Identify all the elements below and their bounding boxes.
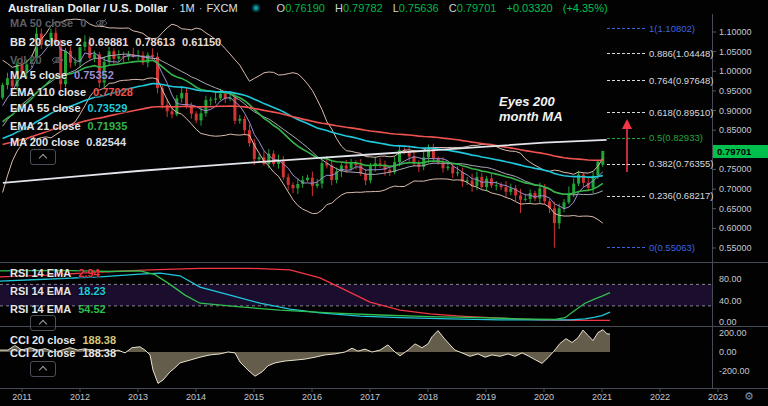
change-value: +0.03320 <box>506 2 552 14</box>
indicator-label: RSI 14 EMA <box>10 267 71 279</box>
price-axis-label: 1.00000 <box>719 66 752 76</box>
indicator-label: EMA 110 close <box>10 86 86 98</box>
pane-collapse-button[interactable] <box>30 149 56 165</box>
symbol-header: Australian Dollar / U.S. Dollar · 1M · F… <box>8 1 608 14</box>
price-axis-label: 0.95000 <box>719 86 752 96</box>
separator-dot: · <box>172 2 176 14</box>
indicator-value: 18.23 <box>78 285 106 297</box>
fib-level-line <box>607 196 645 197</box>
fib-level-label[interactable]: 0.5(0.82933) <box>649 132 703 143</box>
indicator-row[interactable]: MA 200 close0.82544 <box>10 136 126 148</box>
price-axis-label: 0.75000 <box>719 164 752 174</box>
close-value: 0.79701 <box>457 2 497 14</box>
indicator-value: 0.75352 <box>74 69 114 81</box>
fib-level-line <box>607 247 645 248</box>
indicator-value: 0.73529 <box>88 102 128 114</box>
year-axis-label: 2020 <box>534 392 554 402</box>
indicator-value: 0.78613 <box>135 36 175 48</box>
hidden-eye-icon[interactable] <box>95 18 108 28</box>
interval-label[interactable]: 1M <box>179 2 194 14</box>
indicator-row[interactable]: EMA 110 close0.77028 <box>10 86 133 98</box>
indicator-value: 54.52 <box>78 303 106 315</box>
indicator-value: 188.38 <box>82 334 116 346</box>
indicator-label: EMA 55 close <box>10 102 81 114</box>
indicator-row[interactable]: EMA 55 close0.73529 <box>10 102 127 114</box>
market-status-icon[interactable] <box>252 4 260 12</box>
indicator-row[interactable]: MA 5 close0.75352 <box>10 69 114 81</box>
price-axis-label: 0.55000 <box>719 243 752 253</box>
fib-level-line <box>607 28 645 29</box>
open-label: O <box>277 2 286 14</box>
indicator-row[interactable]: RSI 14 EMA2.94 <box>10 267 100 279</box>
year-axis-label: 2023 <box>708 392 728 402</box>
year-axis-label: 2014 <box>186 392 206 402</box>
year-axis-label: 2017 <box>360 392 380 402</box>
indicator-label: RSI 14 EMA <box>10 303 71 315</box>
indicator-label: RSI 14 EMA <box>10 285 71 297</box>
pane-collapse-button[interactable] <box>30 361 56 377</box>
year-axis-label: 2021 <box>592 392 612 402</box>
price-axis-label: 0.70000 <box>719 184 752 194</box>
fib-level-label[interactable]: 0.618(0.89510) <box>649 107 713 118</box>
indicator-label: MA 200 close <box>10 136 79 148</box>
rsi-axis-label: 40.00 <box>719 296 742 306</box>
rsi-axis-label: 80.00 <box>719 274 742 284</box>
fib-level-label[interactable]: 0.382(0.76355) <box>649 158 713 169</box>
cci-axis-label: 200.00 <box>719 328 747 338</box>
year-axis-label: 2019 <box>476 392 496 402</box>
indicator-row[interactable]: EMA 21 close0.71935 <box>10 120 127 132</box>
indicator-label: Vol 20 <box>10 54 42 66</box>
fib-level-line <box>607 53 645 54</box>
fib-level-label[interactable]: 1(1.10802) <box>649 23 695 34</box>
low-value: 0.75636 <box>399 2 439 14</box>
indicator-label: CCI 20 close <box>10 347 75 359</box>
indicator-label: CCI 20 close <box>10 334 75 346</box>
annotation-line1: Eyes 200 <box>499 94 563 109</box>
indicator-row[interactable]: MA 50 close0 <box>10 17 108 29</box>
indicator-value: 0.77028 <box>93 86 133 98</box>
fib-level-label[interactable]: 0.236(0.68217) <box>649 190 713 201</box>
fib-level-line <box>607 138 645 139</box>
indicator-value: 0.61150 <box>182 36 221 48</box>
year-axis-label: 2011 <box>12 392 31 402</box>
fib-level-label[interactable]: 0(0.55063) <box>649 242 695 253</box>
exchange-label[interactable]: FXCM <box>206 2 237 14</box>
year-axis-label: 2018 <box>418 392 438 402</box>
indicator-row[interactable]: RSI 14 EMA18.23 <box>10 285 106 297</box>
fib-level-line <box>607 164 645 165</box>
last-price-badge: 0.79701 <box>713 145 768 158</box>
close-label: C <box>449 2 457 14</box>
indicator-row[interactable]: BB 20 close 20.698810.786130.61150 <box>10 36 221 48</box>
fib-level-line <box>607 80 645 81</box>
indicator-row[interactable]: CCI 20 close188.38 <box>10 334 116 346</box>
high-label: H <box>335 2 343 14</box>
indicator-value: 0 <box>80 17 86 29</box>
indicator-row[interactable]: RSI 14 EMA54.52 <box>10 303 106 315</box>
separator-dot: · <box>199 2 203 14</box>
chart-window: Australian Dollar / U.S. Dollar · 1M · F… <box>0 0 768 406</box>
price-axis-label: 1.10000 <box>719 27 752 37</box>
symbol-title[interactable]: Australian Dollar / U.S. Dollar <box>8 2 168 14</box>
indicator-label: EMA 21 close <box>10 120 81 132</box>
year-axis-label: 2022 <box>650 392 670 402</box>
cci-axis-label: -200.00 <box>719 366 750 376</box>
year-axis-label: 2016 <box>302 392 322 402</box>
price-axis-label: 1.05000 <box>719 47 752 57</box>
cci-axis-label: 0.00 <box>719 347 737 357</box>
fib-level-label[interactable]: 0.886(1.04448) <box>649 48 713 59</box>
hidden-eye-icon[interactable] <box>51 55 64 65</box>
indicator-row[interactable]: Vol 20 <box>10 54 64 66</box>
change-percent: (+4.35%) <box>563 2 608 14</box>
high-value: 0.79782 <box>343 2 383 14</box>
settings-gear-icon[interactable]: ⚙ <box>744 390 754 403</box>
pane-collapse-button[interactable] <box>30 315 56 331</box>
text-annotation[interactable]: Eyes 200 month MA <box>499 94 563 125</box>
price-axis-label: 0.90000 <box>719 106 752 116</box>
indicator-row[interactable]: CCI 20 close188.38 <box>10 347 116 359</box>
indicator-value: 0.69881 <box>89 36 129 48</box>
price-axis-label: 0.65000 <box>719 204 752 214</box>
year-axis-label: 2015 <box>244 392 264 402</box>
indicator-value: 2.94 <box>78 267 99 279</box>
fib-level-label[interactable]: 0.764(0.97648) <box>649 75 713 86</box>
year-axis-label: 2012 <box>70 392 90 402</box>
